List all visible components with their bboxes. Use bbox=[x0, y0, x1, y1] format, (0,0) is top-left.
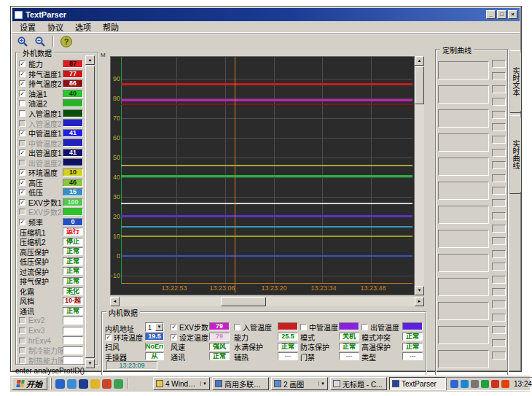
checkbox[interactable]: ✓ bbox=[19, 90, 26, 97]
checkbox[interactable] bbox=[361, 324, 368, 330]
taskbar-button[interactable]: 4 Windows ...▼ bbox=[153, 377, 210, 390]
checkbox[interactable]: ✓ bbox=[105, 334, 112, 341]
checkbox[interactable]: ✓ bbox=[19, 80, 26, 87]
curve-value-box[interactable] bbox=[492, 60, 506, 68]
curve-value-box[interactable] bbox=[492, 326, 506, 334]
curve-name-box[interactable] bbox=[438, 133, 489, 152]
player-icon[interactable] bbox=[461, 380, 469, 388]
restore-button[interactable]: □ bbox=[497, 10, 506, 19]
folder-icon[interactable] bbox=[114, 379, 123, 389]
checkbox[interactable] bbox=[300, 324, 307, 330]
curve-name-box[interactable] bbox=[438, 182, 489, 200]
curve-name-box[interactable] bbox=[438, 61, 489, 79]
curve-value-box[interactable] bbox=[492, 212, 506, 220]
curve-value-box[interactable] bbox=[492, 111, 506, 119]
curve-value-box[interactable] bbox=[492, 187, 506, 195]
curve-value-box[interactable] bbox=[492, 300, 506, 308]
curve-value-box[interactable] bbox=[492, 250, 506, 258]
curve-name-box[interactable] bbox=[438, 278, 489, 296]
curve-value-box[interactable] bbox=[492, 352, 506, 360]
curve-value-box[interactable] bbox=[492, 288, 506, 296]
curve-name-box[interactable] bbox=[438, 230, 489, 248]
tab-realtime-text[interactable]: 实时文本 bbox=[509, 50, 522, 113]
chart-plot[interactable]: 9080706050403020100-1013:22:5313:23:0613… bbox=[110, 56, 415, 295]
curve-value-box[interactable] bbox=[492, 161, 506, 169]
curve-name-box[interactable] bbox=[438, 158, 489, 176]
checkbox[interactable]: ✓ bbox=[19, 179, 26, 186]
curve-value-box[interactable] bbox=[492, 174, 506, 182]
zoom-out-button[interactable] bbox=[33, 35, 47, 48]
curve-value-box[interactable] bbox=[492, 314, 506, 322]
taskbar-button[interactable]: 商用多联第... bbox=[212, 377, 269, 390]
start-button[interactable]: 开始 bbox=[12, 377, 47, 390]
curve-value-box[interactable] bbox=[492, 72, 506, 80]
menu-item[interactable]: 帮助 bbox=[97, 20, 125, 34]
curve-value-box[interactable] bbox=[492, 149, 506, 157]
comm-icon[interactable] bbox=[450, 380, 458, 388]
security-icon[interactable] bbox=[102, 379, 112, 389]
checkbox[interactable]: ✓ bbox=[171, 334, 177, 341]
scroll-down-icon[interactable]: ▼ bbox=[85, 359, 95, 368]
scroll-up-icon[interactable]: ▲ bbox=[85, 55, 95, 65]
left-panel-scrollbar[interactable]: ▲▼ bbox=[85, 55, 95, 368]
checkbox[interactable]: ✓ bbox=[19, 71, 26, 77]
taskbar-button[interactable]: 2 画图▼ bbox=[271, 377, 328, 390]
taskbar-button[interactable]: 无标题 - C... bbox=[330, 377, 387, 390]
curve-name-box[interactable] bbox=[438, 302, 489, 320]
checkbox[interactable]: ✓ bbox=[19, 130, 26, 136]
scroll-down-icon[interactable]: ▼ bbox=[415, 286, 424, 295]
curve-name-box[interactable] bbox=[438, 206, 489, 224]
menu-item[interactable]: 选项 bbox=[69, 20, 97, 34]
checkbox[interactable] bbox=[19, 100, 26, 106]
checkbox[interactable] bbox=[234, 324, 240, 330]
close-button[interactable]: × bbox=[508, 10, 517, 19]
checkbox[interactable]: ✓ bbox=[19, 189, 26, 195]
scroll-thumb[interactable] bbox=[221, 297, 266, 306]
scroll-thumb[interactable] bbox=[415, 66, 424, 104]
ie-icon[interactable] bbox=[55, 379, 65, 389]
checkbox[interactable]: ✓ bbox=[19, 150, 26, 156]
curve-value-box[interactable] bbox=[492, 263, 506, 271]
chart-vertical-scrollbar[interactable]: ▲▼ bbox=[415, 56, 424, 295]
desktop-icon[interactable] bbox=[79, 379, 88, 389]
scroll-up-icon[interactable]: ▲ bbox=[415, 56, 424, 66]
minimize-button[interactable]: _ bbox=[486, 10, 496, 19]
checkbox[interactable]: ✓ bbox=[19, 199, 26, 206]
curve-name-box[interactable] bbox=[438, 85, 489, 104]
menu-item[interactable]: 协议 bbox=[42, 20, 69, 34]
volume-icon[interactable] bbox=[471, 380, 479, 388]
titlebar[interactable]: TextParser _ □ × bbox=[12, 8, 520, 21]
curve-name-box[interactable] bbox=[438, 109, 489, 128]
scroll-right-icon[interactable]: ► bbox=[415, 297, 424, 306]
curve-value-box[interactable] bbox=[492, 199, 506, 207]
antivirus-icon[interactable] bbox=[491, 380, 499, 388]
mail-icon[interactable] bbox=[90, 379, 100, 389]
checkbox[interactable]: ✓ bbox=[171, 324, 177, 330]
checkbox[interactable] bbox=[19, 110, 26, 117]
zoom-in-button[interactable] bbox=[15, 35, 30, 48]
curve-name-box[interactable] bbox=[438, 326, 489, 344]
indoor-address-select[interactable]: 1▼ bbox=[145, 322, 164, 332]
curve-value-box[interactable] bbox=[492, 136, 506, 144]
tab-realtime-curve[interactable]: 实时曲线 bbox=[509, 115, 522, 194]
curve-name-box[interactable] bbox=[438, 350, 489, 368]
curve-value-box[interactable] bbox=[492, 339, 506, 347]
checkbox[interactable]: ✓ bbox=[19, 169, 26, 176]
help-button[interactable]: ? bbox=[59, 35, 74, 48]
lang-icon[interactable] bbox=[481, 380, 489, 388]
curve-value-box[interactable] bbox=[492, 98, 506, 106]
curve-value-box[interactable] bbox=[492, 225, 506, 233]
scroll-thumb[interactable] bbox=[85, 66, 95, 358]
curve-value-box[interactable] bbox=[492, 85, 506, 93]
curve-name-box[interactable] bbox=[438, 254, 489, 272]
alert-icon[interactable] bbox=[501, 380, 509, 388]
curve-value-box[interactable] bbox=[492, 123, 506, 131]
checkbox[interactable]: ✓ bbox=[19, 219, 26, 225]
menu-item[interactable]: 设置 bbox=[14, 20, 42, 34]
time-cursor-line[interactable] bbox=[235, 57, 235, 293]
scroll-left-icon[interactable]: ◄ bbox=[110, 297, 120, 306]
curve-value-box[interactable] bbox=[492, 276, 506, 284]
outlook-icon[interactable] bbox=[67, 379, 77, 389]
taskbar-button[interactable]: TextParser bbox=[389, 377, 446, 390]
checkbox[interactable]: ✓ bbox=[19, 61, 26, 67]
